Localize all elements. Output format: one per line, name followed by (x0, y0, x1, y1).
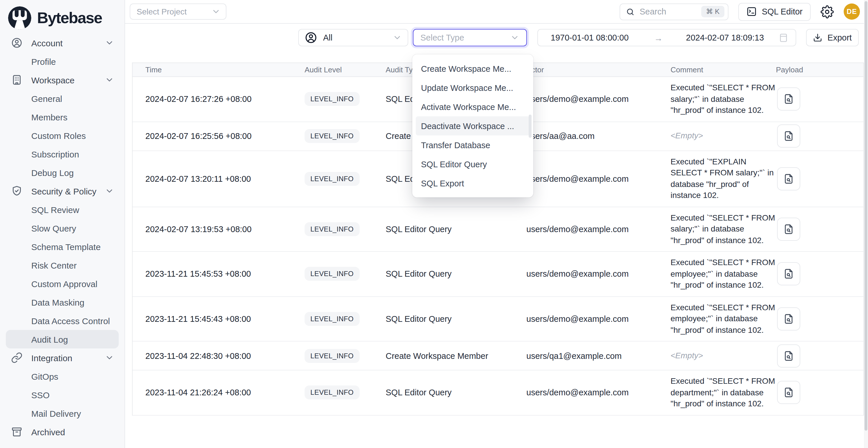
sidebar-item-sql-review[interactable]: SQL Review (6, 200, 119, 219)
level-cell: LEVEL_INFO (305, 129, 386, 143)
sidebar-item-sso[interactable]: SSO (6, 385, 119, 404)
payload-view-button[interactable] (777, 218, 800, 241)
export-button[interactable]: Export (806, 29, 859, 46)
time-cell: 2024-02-07 13:20:11 +08:00 (145, 174, 305, 183)
dropdown-option-deactivate-workspace[interactable]: Deactivate Workspace ... (416, 116, 530, 135)
sidebar-item-gitops[interactable]: GitOps (6, 367, 119, 385)
sidebar-item-data-masking[interactable]: Data Masking (6, 293, 119, 311)
sidebar-item-label: Members (31, 112, 114, 122)
sidebar-item-label: Subscription (31, 149, 114, 159)
comment-cell: Executed `"SELECT * FROM salary;"` in da… (671, 77, 776, 121)
sidebar-item-label: SQL Review (31, 204, 114, 215)
user-circle-icon (305, 31, 317, 44)
audit-type-select[interactable]: Select Type (413, 29, 527, 46)
payload-view-button[interactable] (777, 167, 800, 190)
payload-view-button[interactable] (777, 88, 800, 111)
avatar[interactable]: DE (844, 3, 860, 20)
dropdown-scrollbar[interactable] (529, 115, 532, 138)
user-circle-icon (11, 37, 23, 49)
dropdown-option-sql-export[interactable]: SQL Export (416, 174, 530, 193)
top-bar: Select Project Search ⌘ K SQL Editor DE (125, 0, 868, 24)
comment-cell: <Empty> (671, 125, 776, 147)
table-row: 2023-11-21 15:45:53 +08:00LEVEL_INFOSQL … (133, 252, 863, 297)
time-cell: 2023-11-21 15:45:43 +08:00 (145, 314, 305, 324)
payload-view-button[interactable] (777, 307, 800, 330)
level-badge: LEVEL_INFO (305, 92, 359, 106)
sidebar-item-general[interactable]: General (6, 89, 119, 108)
actor-cell: users/demo@example.com (526, 314, 671, 324)
payload-view-button[interactable] (777, 262, 800, 286)
sidebar-item-risk-center[interactable]: Risk Center (6, 256, 119, 274)
sidebar-item-integration[interactable]: Integration (6, 348, 119, 367)
date-from-value: 1970-01-01 08:00:00 (551, 33, 628, 42)
sidebar-item-subscription[interactable]: Subscription (6, 145, 119, 163)
sidebar-item-label: Risk Center (31, 260, 114, 270)
type-cell: SQL Editor Query (386, 314, 526, 324)
sidebar-item-security-policy[interactable]: Security & Policy (6, 182, 119, 200)
sidebar-item-label: Schema Template (31, 242, 114, 252)
chevron-down-icon (105, 75, 114, 85)
column-header-audit-level: Audit Level (305, 65, 386, 74)
bytebase-app: Bytebase AccountProfileWorkspaceGeneralM… (0, 0, 868, 448)
file-search-icon (783, 268, 795, 280)
file-search-icon (783, 313, 795, 325)
payload-view-button[interactable] (777, 381, 800, 404)
level-badge: LEVEL_INFO (305, 267, 359, 281)
sidebar-item-mail-delivery[interactable]: Mail Delivery (6, 404, 119, 422)
sidebar-item-profile[interactable]: Profile (6, 52, 119, 71)
bytebase-mascot-icon (7, 6, 32, 30)
sql-editor-label: SQL Editor (762, 7, 803, 16)
payload-cell (776, 381, 863, 404)
date-to-value: 2024-02-07 18:09:13 (686, 33, 764, 42)
comment-cell: Executed `"EXPLAIN SELECT * FROM salary;… (671, 151, 776, 206)
dropdown-option-update-workspace-me[interactable]: Update Workspace Me... (416, 78, 530, 97)
time-cell: 2023-11-04 22:48:30 +08:00 (145, 351, 305, 360)
audit-type-placeholder: Select Type (421, 33, 510, 42)
sidebar-item-label: Security & Policy (31, 186, 105, 196)
time-cell: 2024-02-07 13:19:53 +08:00 (145, 225, 305, 234)
chevron-down-icon (105, 353, 114, 362)
page-scrollbar[interactable] (864, 0, 868, 448)
sidebar-item-label: General (31, 94, 114, 103)
actor-cell: users/demo@example.com (526, 225, 671, 234)
sidebar-item-custom-roles[interactable]: Custom Roles (6, 126, 119, 145)
sidebar-item-schema-template[interactable]: Schema Template (6, 237, 119, 256)
sidebar-item-audit-log[interactable]: Audit Log (6, 330, 119, 348)
sql-editor-button[interactable]: SQL Editor (738, 3, 811, 21)
sidebar-item-custom-approval[interactable]: Custom Approval (6, 274, 119, 293)
sidebar-item-label: Custom Roles (31, 130, 114, 140)
sidebar-item-label: Debug Log (31, 167, 114, 178)
payload-cell (776, 307, 863, 330)
chevron-down-icon (510, 33, 519, 42)
payload-view-button[interactable] (777, 344, 800, 367)
chevron-down-icon (105, 38, 114, 47)
page-scrollbar-thumb[interactable] (865, 1, 867, 430)
sidebar-item-archived[interactable]: Archived (6, 422, 119, 441)
payload-view-button[interactable] (777, 124, 800, 148)
actor-scope-value: All (323, 33, 387, 42)
dropdown-option-activate-workspace-me[interactable]: Activate Workspace Me... (416, 97, 530, 116)
project-select[interactable]: Select Project (130, 3, 226, 20)
search-input[interactable]: Search ⌘ K (619, 3, 728, 20)
export-label: Export (828, 33, 852, 42)
sidebar-item-slow-query[interactable]: Slow Query (6, 219, 119, 237)
sidebar-item-account[interactable]: Account (6, 34, 119, 52)
payload-cell (776, 262, 863, 286)
payload-cell (776, 124, 863, 148)
dropdown-option-create-workspace-me[interactable]: Create Workspace Me... (416, 59, 530, 78)
sidebar-item-label: Data Access Control (31, 316, 114, 326)
level-cell: LEVEL_INFO (305, 92, 386, 106)
sidebar-item-workspace[interactable]: Workspace (6, 71, 119, 89)
sidebar-item-debug-log[interactable]: Debug Log (6, 163, 119, 182)
bytebase-logo[interactable]: Bytebase (6, 3, 119, 32)
gear-icon[interactable] (820, 5, 834, 18)
actor-scope-select[interactable]: All (298, 29, 408, 46)
sidebar-item-members[interactable]: Members (6, 108, 119, 126)
dropdown-option-transfer-database[interactable]: Transfer Database (416, 135, 530, 155)
date-range-picker[interactable]: 1970-01-01 08:00:00 → 2024-02-07 18:09:1… (537, 29, 796, 46)
column-header-time: Time (145, 65, 305, 74)
sidebar-item-label: Audit Log (31, 334, 114, 344)
file-search-icon (783, 130, 795, 142)
sidebar-item-data-access-control[interactable]: Data Access Control (6, 311, 119, 330)
dropdown-option-sql-editor-query[interactable]: SQL Editor Query (416, 155, 530, 174)
